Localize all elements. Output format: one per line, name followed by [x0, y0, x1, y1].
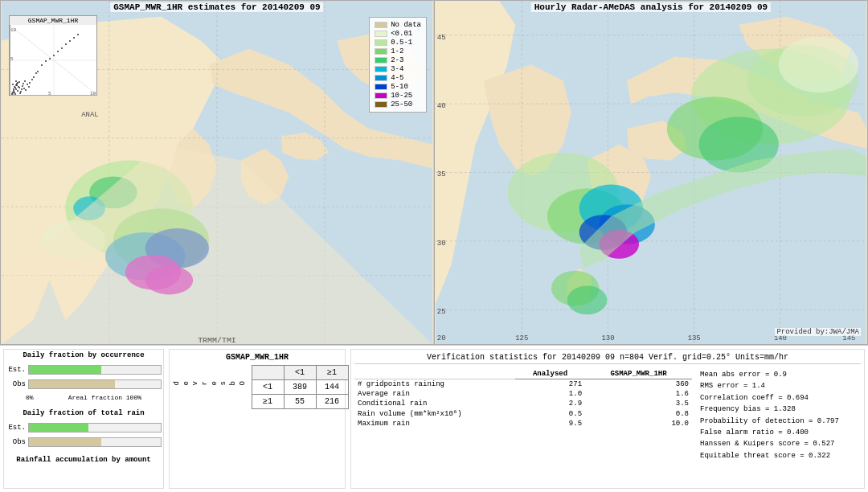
- cont-row-lt1-header: <1: [252, 380, 284, 395]
- legend-color-2: [375, 57, 387, 64]
- svg-text:35: 35: [437, 170, 446, 178]
- jwa-caption: Provided by:JWA/JMA: [775, 328, 861, 336]
- legend-item-4: 4-5: [375, 74, 421, 82]
- inset-title: GSMAP_MWR_1HR: [10, 16, 96, 25]
- verif-row-2-analysed: 2.9: [515, 399, 585, 408]
- verif-title: Verification statistics for 20140209 09 …: [354, 353, 861, 364]
- svg-point-91: [579, 184, 643, 232]
- svg-text:5: 5: [10, 56, 14, 62]
- legend-color-4: [375, 75, 387, 81]
- svg-point-87: [667, 96, 763, 160]
- verif-content: Analysed GSMAP_MWR_1HR # gridpoints rain…: [354, 369, 861, 461]
- left-map-title: GSMAP_MWR_1HR estimates for 20140209 09: [110, 2, 323, 12]
- verif-data-table: Analysed GSMAP_MWR_1HR # gridpoints rain…: [354, 369, 692, 461]
- svg-point-88: [699, 117, 779, 173]
- svg-point-63: [65, 161, 193, 256]
- svg-point-71: [42, 220, 105, 260]
- col-analysed: Analysed: [515, 369, 585, 379]
- bar-label-obs1: Obs: [6, 380, 26, 388]
- cont-row-gte1-header: ≥1: [252, 395, 284, 409]
- cont-cell-144: 144: [316, 380, 348, 395]
- verif-row-1-gsmap: 1.6: [585, 389, 692, 399]
- bar-container-obs2: [28, 437, 162, 447]
- bar-container-est1: [28, 365, 162, 375]
- legend-item-05: 0.5-1: [375, 39, 421, 47]
- bar-fill-est1: [29, 366, 101, 374]
- verif-row-0: # gridpoints raining 271 360: [354, 379, 692, 390]
- cont-row-gte1: ≥1 55 216: [252, 395, 348, 409]
- bar-axis-end: Areal fraction 100%: [68, 394, 141, 401]
- verif-row-4-analysed: 9.5: [515, 419, 585, 428]
- legend-color-10: [375, 92, 387, 99]
- legend-item-1: 1-2: [375, 47, 421, 55]
- obs-vertical-label: Observed: [173, 381, 248, 385]
- svg-text:130: 130: [601, 334, 614, 342]
- svg-point-19: [15, 80, 17, 82]
- svg-text:40: 40: [437, 102, 446, 110]
- svg-point-90: [547, 188, 627, 244]
- svg-point-14: [22, 85, 23, 87]
- svg-point-29: [45, 60, 47, 62]
- svg-point-86: [779, 37, 858, 93]
- legend-item-10: 10-25: [375, 92, 421, 100]
- stat-pod: Probability of detection = 0.797: [700, 416, 861, 427]
- svg-point-93: [579, 215, 628, 250]
- svg-point-21: [28, 86, 30, 88]
- svg-text:20: 20: [437, 334, 446, 342]
- svg-point-17: [25, 89, 27, 91]
- svg-point-46: [17, 82, 18, 84]
- svg-point-5: [17, 90, 18, 92]
- maps-section: GSMAP_MWR_1HR estimates for 20140209 09 …: [0, 0, 868, 346]
- svg-point-25: [33, 76, 35, 78]
- verif-row-2-gsmap: 3.5: [585, 399, 692, 408]
- legend-color-3: [375, 66, 387, 72]
- legend-color-05: [375, 39, 387, 46]
- svg-point-13: [19, 92, 21, 94]
- legend-color-nodata: [375, 22, 387, 28]
- svg-point-47: [18, 81, 20, 83]
- svg-text:5: 5: [48, 91, 51, 96]
- svg-text:45: 45: [437, 34, 446, 42]
- left-map-panel: GSMAP_MWR_1HR estimates for 20140209 09 …: [0, 0, 434, 345]
- main-container: GSMAP_MWR_1HR estimates for 20140209 09 …: [0, 0, 868, 492]
- scatter-svg: 0 5 10 5 10: [10, 25, 96, 96]
- svg-point-96: [567, 286, 608, 315]
- contingency-wrapper: Observed <1 ≥1 <1: [173, 365, 342, 409]
- verif-row-3-analysed: 0.5: [515, 408, 585, 419]
- svg-point-66: [145, 228, 209, 269]
- bar-axis-start: 0%: [26, 394, 34, 401]
- verif-row-1: Average rain 1.0 1.6: [354, 389, 692, 399]
- legend-item-2: 2-3: [375, 56, 421, 64]
- cont-header-empty: [252, 366, 284, 380]
- cont-cell-216: 216: [316, 395, 348, 409]
- svg-point-64: [113, 208, 209, 272]
- bar-chart1-title: Daily fraction by occurrence: [6, 351, 162, 359]
- svg-point-84: [691, 49, 851, 145]
- cont-cell-55: 55: [284, 395, 316, 409]
- cont-header-gte1: ≥1: [316, 366, 348, 380]
- bar-row-est2: Est.: [6, 422, 162, 433]
- svg-point-43: [15, 84, 17, 86]
- legend-item-nodata: No data: [375, 21, 421, 29]
- verif-row-0-label: # gridpoints raining: [354, 379, 515, 390]
- svg-point-10: [21, 88, 23, 90]
- verif-row-0-gsmap: 360: [585, 379, 692, 390]
- color-legend: No data <0.01 0.5-1 1-2 2-3: [369, 17, 427, 113]
- svg-point-67: [125, 255, 182, 290]
- svg-point-27: [37, 71, 39, 72]
- svg-point-31: [53, 55, 55, 56]
- svg-text:125: 125: [515, 334, 528, 342]
- svg-point-95: [551, 271, 600, 306]
- svg-point-28: [41, 64, 43, 66]
- svg-point-35: [69, 40, 71, 42]
- legend-item-3: 3-4: [375, 65, 421, 73]
- stat-corr: Correlation coeff = 0.694: [700, 392, 861, 404]
- cont-header-lt1: <1: [284, 366, 316, 380]
- svg-rect-74: [436, 1, 866, 344]
- svg-point-92: [599, 204, 655, 244]
- legend-item-25: 25-50: [375, 100, 421, 109]
- verif-row-2-label: Conditional rain: [354, 399, 515, 408]
- svg-point-69: [89, 176, 137, 208]
- legend-label-1: 1-2: [391, 47, 403, 55]
- legend-label-001: <0.01: [391, 30, 412, 38]
